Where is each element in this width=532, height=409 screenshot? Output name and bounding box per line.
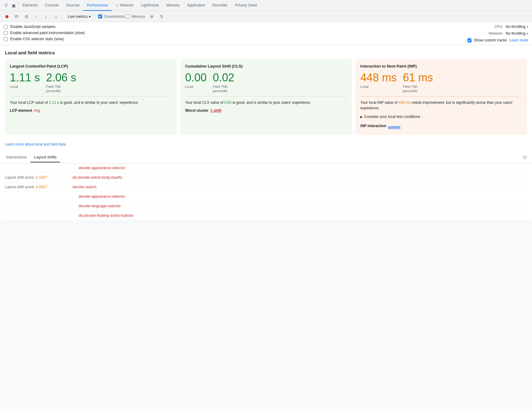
memory-checkbox[interactable] [126,14,130,18]
cls-local-value: 0.00 [185,72,207,83]
chevron-down-icon: ▾ [89,14,91,19]
lcp-divider [10,96,172,97]
settings-right: CPU: No throttling ▾ Network: No throttl… [424,25,528,42]
extra-button-1[interactable]: ⊞ [147,12,156,21]
network-chevron-icon: ▾ [527,32,528,35]
inp-interaction-value[interactable]: pointer [388,124,401,130]
download-button[interactable]: ↓ [42,12,50,21]
tab-privacy[interactable]: Privacy Sand [231,0,260,11]
devtools-icons: ⠿ ▣ [1,0,19,11]
tab-memory[interactable]: Memory [163,0,183,11]
inp-field-value: 61 ms [403,72,433,83]
tab-recorder[interactable]: Recorder [209,0,231,11]
lcp-local-value: 1.11 s [10,72,40,83]
shift-element-0[interactable]: devsite-appearance-selector [79,166,125,170]
shift-score-2: Layout shift score: 0.0027 [5,185,72,189]
lcp-field-value: 2.06 s [46,72,76,83]
cpu-chevron-icon: ▾ [527,25,528,29]
mode-dropdown[interactable]: Live metrics ▾ [65,13,93,20]
cls-element-value[interactable]: 1 shift [210,108,221,113]
lcp-values: 1.11 s Local 2.06 s Field 75th percentil… [10,72,172,93]
tab-elements[interactable]: Elements [19,0,41,11]
shift-item-3: devsite-appearance-selector [5,192,527,201]
screenshots-checkbox[interactable] [98,14,102,18]
shift-item-4: devsite-language-selector [5,201,527,211]
shift-list: devsite-appearance-selector Layout shift… [0,163,532,220]
shift-item-5: div.devsite-floating-action-buttons [5,211,527,220]
home-button[interactable]: ⌂ [52,12,60,21]
custom-tracks-label[interactable]: Show custom tracks [474,38,507,42]
shift-element-4[interactable]: devsite-language-selector [79,204,121,208]
metrics-cards: Largest Contentful Paint (LCP) 1.11 s Lo… [0,59,532,140]
inp-local-label: Local [360,84,397,89]
tab-lighthouse[interactable]: Lighthouse [137,0,163,11]
devtools-icon-2[interactable]: ▣ [10,2,17,9]
no-entry-icon[interactable]: ⊘ [520,151,530,163]
upload-button[interactable]: ↑ [32,12,41,21]
shift-element-3[interactable]: devsite-appearance-selector [79,194,125,199]
learn-more-anchor[interactable]: Learn more about local and field data [5,142,66,146]
shift-element-5[interactable]: div.devsite-floating-action-buttons [79,213,133,218]
advanced-paint-label[interactable]: Enable advanced paint instrumentation (s… [10,31,85,35]
inp-local-block: 448 ms Local [360,72,397,89]
shift-element-2[interactable]: devsite-search [72,185,96,189]
learn-more-link[interactable]: Learn more [510,38,528,42]
lcp-title: Largest Contentful Paint (LCP) [10,64,172,68]
inp-field-label: Field 75th percentile [403,84,433,93]
tab-sources[interactable]: Sources [62,0,83,11]
toolbar: ⏺ ⟳ ⊘ ↑ ↓ ⌂ Live metrics ▾ Screenshots M… [0,11,532,22]
clear-button[interactable]: ⊘ [22,12,31,21]
advanced-paint-row: Enable advanced paint instrumentation (s… [4,31,424,35]
extra-button-2[interactable]: ⇅ [157,12,166,21]
lcp-element-value[interactable]: img [34,108,40,113]
custom-tracks-checkbox[interactable] [467,38,471,42]
custom-tracks-row: Show custom tracks Learn more [467,38,528,42]
inp-consider-row: ▶ Consider your local test conditions [360,114,522,119]
network-throttle-row: Network: No throttling ▾ [482,31,528,36]
tab-layout-shifts[interactable]: Layout shifts [30,152,60,162]
css-selector-label[interactable]: Enable CSS selector stats (slow) [10,37,64,41]
cls-values: 0.00 Local 0.02 Field 75th percentile [185,72,347,93]
cpu-throttle-value: No throttling ▾ [506,25,528,29]
cls-title: Cumulative Layout Shift (CLS) [185,64,347,68]
inp-title: Interaction to Next Paint (INP) [360,64,522,68]
lcp-card: Largest Contentful Paint (LCP) 1.11 s Lo… [5,59,177,135]
inp-interaction-row: INP interaction pointer [360,122,522,130]
cls-description: Your local CLS value of 0.00 is good, an… [185,100,347,113]
main-content: Local and field metrics Largest Contentf… [0,45,532,220]
inp-values: 448 ms Local 61 ms Field 75th percentile [360,72,522,93]
lcp-description: Your local LCP value of 1.11 s is good, … [10,100,172,113]
reload-button[interactable]: ⟳ [12,12,21,21]
screenshots-checkbox-label[interactable]: Screenshots [98,14,125,19]
cls-field-label: Field 75th percentile [213,84,234,93]
learn-more-section: Learn more about local and field data [0,140,532,151]
memory-checkbox-label[interactable]: Memory [126,14,145,19]
cls-element-label: Worst cluster [185,108,209,113]
toolbar-separator-1 [63,14,63,20]
lcp-element-label: LCP element [10,108,32,113]
css-selector-row: Enable CSS selector stats (slow) [4,37,424,41]
tab-bar: ⠿ ▣ Elements Console Sources Performance… [0,0,532,11]
cpu-throttle-row: CPU: No throttling ▾ [482,25,528,29]
tab-console[interactable]: Console [41,0,62,11]
network-throttle-label: Network: [482,31,503,36]
shift-score-1: Layout shift score: 0.1837 [5,175,72,180]
record-button[interactable]: ⏺ [2,12,11,21]
disable-js-checkbox[interactable] [4,25,8,29]
section-title: Local and field metrics [0,45,532,59]
cls-card: Cumulative Layout Shift (CLS) 0.00 Local… [180,59,352,135]
css-selector-checkbox[interactable] [4,37,8,41]
devtools-icon-1[interactable]: ⠿ [3,2,9,9]
settings-bar: Disable JavaScript samples Enable advanc… [0,22,532,45]
disable-js-label[interactable]: Disable JavaScript samples [10,25,55,29]
lcp-local-label: Local [10,84,40,89]
lcp-field-label: Field 75th percentile [46,84,76,93]
advanced-paint-checkbox[interactable] [4,31,8,35]
tab-network[interactable]: ⚠ Network [112,0,137,11]
shift-element-1[interactable]: div.devsite-article-body.clearfix [72,175,122,180]
tab-application[interactable]: Application [183,0,209,11]
settings-left: Disable JavaScript samples Enable advanc… [4,25,424,41]
toolbar-separator-2 [96,14,96,20]
tab-performance[interactable]: Performance [83,0,112,11]
tab-interactions[interactable]: Interactions [2,152,30,162]
